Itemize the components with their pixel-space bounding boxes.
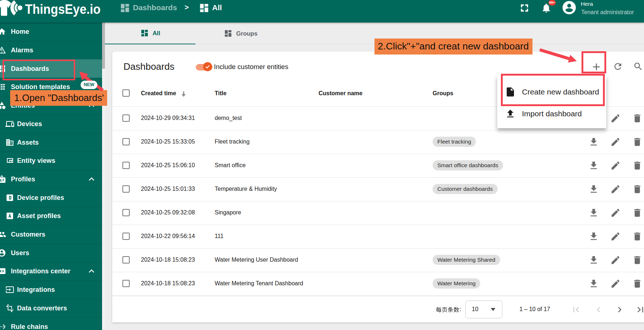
svg-text:ThingsEye.io: ThingsEye.io [25, 2, 101, 17]
